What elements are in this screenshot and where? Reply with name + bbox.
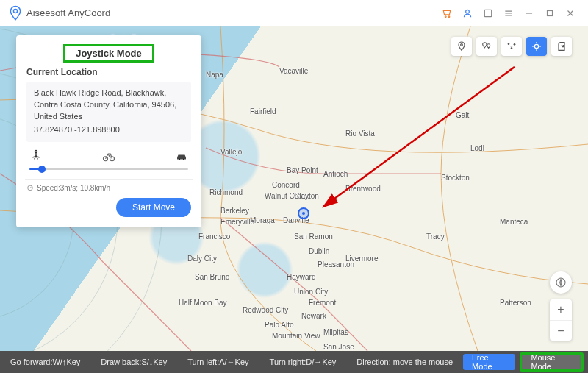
zoom-in-button[interactable]: + — [550, 299, 572, 320]
svg-point-10 — [35, 150, 37, 152]
svg-point-16 — [461, 44, 463, 46]
cart-icon[interactable] — [437, 3, 457, 24]
compass-button[interactable] — [550, 271, 572, 294]
city-label: Daly City — [187, 255, 217, 263]
zoom-out-button[interactable]: − — [550, 320, 572, 341]
mode-toolbar — [451, 37, 572, 56]
svg-point-14 — [183, 158, 184, 160]
city-label: Redwood City — [243, 306, 288, 314]
city-label: Pleasanton — [318, 260, 354, 269]
joystick-panel: Joystick Mode Current Location Black Haw… — [16, 35, 201, 227]
city-label: Berkeley — [220, 207, 249, 215]
titlebar: Aiseesoft AnyCoord — [0, 0, 588, 26]
maximize-button[interactable] — [539, 3, 560, 24]
city-label: Palo Alto — [265, 321, 293, 329]
minimize-button[interactable] — [519, 3, 539, 24]
svg-point-18 — [511, 47, 513, 49]
coords-text: 37.824870,-121.898800 — [34, 124, 184, 136]
city-label: Milpitas — [323, 328, 348, 336]
city-label: Rio Vista — [345, 129, 375, 138]
svg-point-0 — [13, 9, 17, 13]
mode-single-pin-icon[interactable] — [451, 37, 472, 56]
city-label: Stockton — [441, 174, 470, 182]
speed-mode-row — [26, 142, 191, 164]
city-label: Napa — [206, 71, 223, 79]
mode-two-pin-icon[interactable] — [476, 37, 497, 56]
speed-readout: Speed:3m/s; 10.8km/h — [26, 184, 191, 192]
city-label: Hayward — [287, 273, 315, 281]
city-label: Vallejo — [220, 148, 242, 156]
mode-export-icon[interactable] — [551, 37, 572, 56]
close-button[interactable] — [560, 3, 581, 24]
window-icon[interactable] — [478, 3, 498, 24]
start-move-button[interactable]: Start Move — [116, 198, 191, 217]
city-label: Union City — [294, 288, 328, 296]
current-location-label: Current Location — [26, 67, 191, 77]
city-label: Newark — [301, 312, 326, 320]
city-label: San Jose — [323, 343, 354, 351]
app-logo-icon — [9, 5, 22, 21]
city-label: Tracy — [426, 232, 445, 241]
menu-icon[interactable] — [498, 3, 519, 24]
city-label: Richmond — [209, 188, 243, 196]
hint-forward: Go forward:W/↑Key — [0, 358, 90, 366]
city-label: Francisco — [198, 232, 230, 241]
hint-right: Turn right:D/→Key — [259, 358, 347, 366]
hint-back: Draw back:S/↓Key — [90, 358, 177, 366]
app-title: Aiseesoft AnyCoord — [26, 7, 110, 18]
city-label: Bay Point — [287, 166, 318, 174]
svg-point-1 — [445, 15, 446, 17]
svg-point-2 — [448, 15, 450, 17]
svg-point-13 — [179, 158, 180, 160]
city-label: San Ramon — [294, 232, 333, 241]
car-icon[interactable] — [175, 149, 188, 163]
city-label: Clayton — [294, 192, 319, 200]
city-label: Brentwood — [345, 185, 381, 193]
svg-point-3 — [466, 10, 470, 13]
city-label: San Bruno — [195, 273, 229, 281]
svg-rect-5 — [548, 10, 553, 15]
walk-icon[interactable] — [29, 149, 43, 163]
bottom-bar: Go forward:W/↑Key Draw back:S/↓Key Turn … — [0, 351, 588, 373]
mode-route-icon[interactable] — [501, 37, 522, 56]
location-marker — [298, 207, 309, 219]
user-icon[interactable] — [457, 3, 478, 24]
city-label: Half Moon Bay — [179, 299, 227, 307]
city-label: Fremont — [309, 299, 336, 307]
address-text: Black Hawk Ridge Road, Blackhawk, Contra… — [34, 88, 184, 123]
city-label: Emeryville — [220, 218, 254, 226]
city-label: Dublin — [309, 247, 329, 255]
panel-mode-title: Joystick Mode — [63, 44, 154, 63]
mode-joystick-icon[interactable] — [526, 37, 547, 56]
zoom-control: + − — [550, 299, 572, 341]
city-label: Galt — [456, 111, 469, 119]
mouse-mode-button[interactable]: Mouse Mode — [520, 352, 584, 372]
city-label: Mountain View — [272, 332, 320, 340]
speed-slider[interactable] — [29, 164, 188, 174]
city-label: Patterson — [500, 299, 531, 307]
city-label: Lodi — [470, 144, 484, 152]
svg-rect-4 — [484, 10, 491, 16]
svg-point-17 — [508, 43, 510, 45]
svg-point-20 — [534, 44, 538, 48]
hint-direction: Direction: move the mouse — [346, 358, 463, 366]
hint-left: Turn left:A/←Key — [177, 358, 259, 366]
city-label: Vacaville — [279, 67, 308, 75]
city-label: Concord — [272, 181, 300, 189]
city-label: Fairfield — [250, 107, 276, 116]
free-mode-button[interactable]: Free Mode — [463, 354, 515, 370]
address-box: Black Hawk Ridge Road, Blackhawk, Contra… — [26, 82, 191, 142]
city-label: Manteca — [500, 218, 528, 226]
city-label: Antioch — [323, 170, 348, 178]
bike-icon[interactable] — [102, 149, 115, 163]
